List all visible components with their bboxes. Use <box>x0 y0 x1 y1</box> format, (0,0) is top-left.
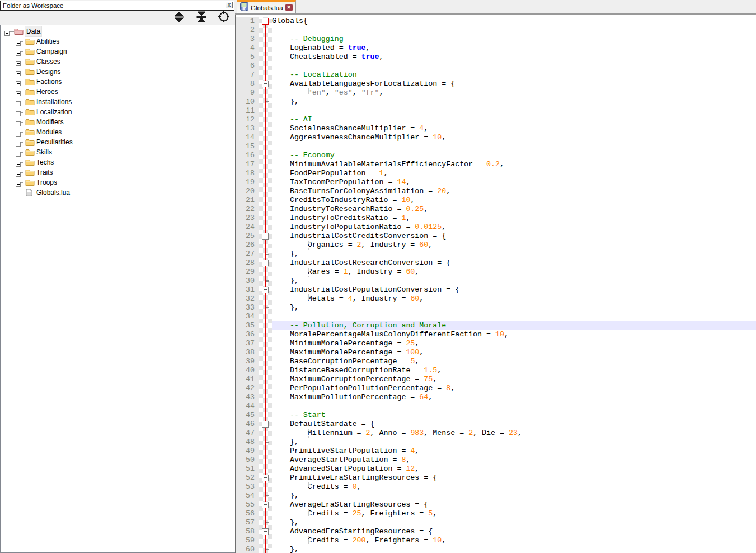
fold-margin[interactable] <box>259 482 272 491</box>
code-text[interactable]: MaximumPollutionPercentage = 64, <box>272 393 756 402</box>
code-text[interactable]: AggresivenessChanceMultiplier = 10, <box>272 133 756 142</box>
fold-margin[interactable] <box>259 196 272 205</box>
code-text[interactable]: Rares = 1, Industry = 60, <box>272 268 756 276</box>
fold-margin[interactable] <box>259 133 272 142</box>
fold-margin[interactable] <box>259 232 272 241</box>
code-text[interactable]: }, <box>272 276 756 285</box>
fold-margin[interactable] <box>259 384 272 393</box>
code-text[interactable]: -- Pollution, Corruption and Morale <box>272 321 756 330</box>
code-text[interactable]: IndustrialCostPopulationConversion = { <box>272 285 756 294</box>
locate-current-file-button[interactable] <box>218 11 230 23</box>
code-text[interactable]: IndustryToResearchRatio = 0.25, <box>272 205 756 214</box>
fold-margin[interactable] <box>259 303 272 312</box>
fold-collapse-icon[interactable] <box>262 260 269 266</box>
fold-margin[interactable] <box>259 465 272 474</box>
code-text[interactable]: BaseCorruptionPercentage = 5, <box>272 357 756 366</box>
fold-margin[interactable] <box>259 44 272 53</box>
code-text[interactable] <box>272 142 756 151</box>
tree-item-skills[interactable]: Skills <box>1 147 235 157</box>
code-text[interactable] <box>272 402 756 411</box>
fold-margin[interactable] <box>259 518 272 527</box>
workspace-tree[interactable]: DataAbilitiesCampaignClassesDesignsFacti… <box>0 25 236 553</box>
code-text[interactable]: }, <box>272 545 756 553</box>
fold-margin[interactable] <box>259 62 272 71</box>
code-text[interactable]: AverageStartPopulation = 8, <box>272 456 756 465</box>
code-text[interactable] <box>272 106 756 115</box>
fold-margin[interactable] <box>259 26 272 35</box>
collapse-all-button[interactable] <box>195 11 208 23</box>
fold-margin[interactable] <box>259 348 272 357</box>
fold-margin[interactable] <box>259 250 272 259</box>
fold-margin[interactable] <box>259 241 272 250</box>
code-text[interactable]: FoodPerPopulation = 1, <box>272 169 756 178</box>
tree-item-localization[interactable]: Localization <box>1 107 235 117</box>
code-text[interactable]: CheatsEnabled = true, <box>272 53 756 62</box>
fold-margin[interactable] <box>259 35 272 44</box>
fold-collapse-icon[interactable] <box>262 81 269 87</box>
code-text[interactable]: DistanceBasedCorruptionRate = 1.5, <box>272 366 756 375</box>
fold-collapse-icon[interactable] <box>262 421 269 428</box>
code-text[interactable]: CreditsToIndustryRatio = 10, <box>272 196 756 205</box>
fold-margin[interactable] <box>259 88 272 97</box>
code-text[interactable]: MaximumMoralePercentage = 100, <box>272 348 756 357</box>
code-text[interactable]: Credits = 0, <box>272 482 756 491</box>
fold-margin[interactable] <box>259 420 272 429</box>
code-text[interactable]: Metals = 4, Industry = 60, <box>272 294 756 303</box>
fold-collapse-icon[interactable] <box>262 233 269 240</box>
code-text[interactable]: Millennium = 2, Anno = 983, Mense = 2, D… <box>272 429 756 438</box>
fold-margin[interactable] <box>259 321 272 330</box>
code-text[interactable]: LogEnabled = true, <box>272 44 756 53</box>
fold-margin[interactable] <box>259 429 272 438</box>
fold-margin[interactable] <box>259 53 272 62</box>
tree-item-classes[interactable]: Classes <box>1 57 235 67</box>
tree-item-traits[interactable]: Traits <box>1 167 235 177</box>
code-text[interactable]: MinimumMoralePercentage = 25, <box>272 339 756 348</box>
code-text[interactable]: Credits = 25, Freighters = 5, <box>272 509 756 518</box>
fold-margin[interactable] <box>259 312 272 321</box>
fold-margin[interactable] <box>259 509 272 518</box>
code-text[interactable]: DefaultStardate = { <box>272 420 756 429</box>
code-text[interactable]: AdvancedStartPopulation = 12, <box>272 465 756 474</box>
panel-close-button[interactable]: x <box>226 2 233 8</box>
fold-margin[interactable] <box>259 79 272 88</box>
fold-collapse-icon[interactable] <box>262 18 269 25</box>
fold-collapse-icon[interactable] <box>262 528 269 535</box>
code-text[interactable]: AverageEraStartingResources = { <box>272 500 756 509</box>
code-text[interactable]: }, <box>272 438 756 447</box>
fold-collapse-icon[interactable] <box>262 287 269 293</box>
fold-margin[interactable] <box>259 142 272 151</box>
tree-item-troops[interactable]: Troops <box>1 177 235 188</box>
code-text[interactable]: }, <box>272 518 756 527</box>
tree-item-techs[interactable]: Techs <box>1 157 235 167</box>
fold-collapse-icon[interactable] <box>262 502 269 508</box>
tree-item-campaign[interactable]: Campaign <box>1 46 235 57</box>
fold-margin[interactable] <box>259 205 272 214</box>
fold-margin[interactable] <box>259 545 272 553</box>
tree-item-factions[interactable]: Factions <box>1 77 235 87</box>
fold-margin[interactable] <box>259 276 272 285</box>
fold-margin[interactable] <box>259 366 272 375</box>
code-text[interactable]: -- Localization <box>272 71 756 79</box>
code-text[interactable]: SocialnessChanceMultiplier = 4, <box>272 124 756 133</box>
code-text[interactable]: Credits = 200, Freighters = 10, <box>272 536 756 545</box>
tree-item-modules[interactable]: Modules <box>1 127 235 137</box>
code-text[interactable]: IndustrialCostResearchConversion = { <box>272 259 756 268</box>
fold-margin[interactable] <box>259 17 272 26</box>
code-text[interactable]: -- Debugging <box>272 35 756 44</box>
fold-margin[interactable] <box>259 411 272 420</box>
panel-titlebar[interactable]: Folder as Workspace x <box>0 1 234 11</box>
code-text[interactable]: "en", "es", "fr", <box>272 88 756 97</box>
fold-margin[interactable] <box>259 330 272 339</box>
expand-all-button[interactable] <box>173 11 185 23</box>
fold-margin[interactable] <box>259 285 272 294</box>
tree-item-designs[interactable]: Designs <box>1 67 235 77</box>
fold-margin[interactable] <box>259 393 272 402</box>
fold-margin[interactable] <box>259 160 272 169</box>
tab-close-icon[interactable]: ✕ <box>285 4 293 11</box>
fold-margin[interactable] <box>259 268 272 276</box>
fold-margin[interactable] <box>259 294 272 303</box>
code-text[interactable]: IndustrialCostCreditsConversion = { <box>272 232 756 241</box>
fold-margin[interactable] <box>259 375 272 384</box>
code-text[interactable]: }, <box>272 250 756 259</box>
code-text[interactable]: TaxIncomPerPopulation = 14, <box>272 178 756 187</box>
